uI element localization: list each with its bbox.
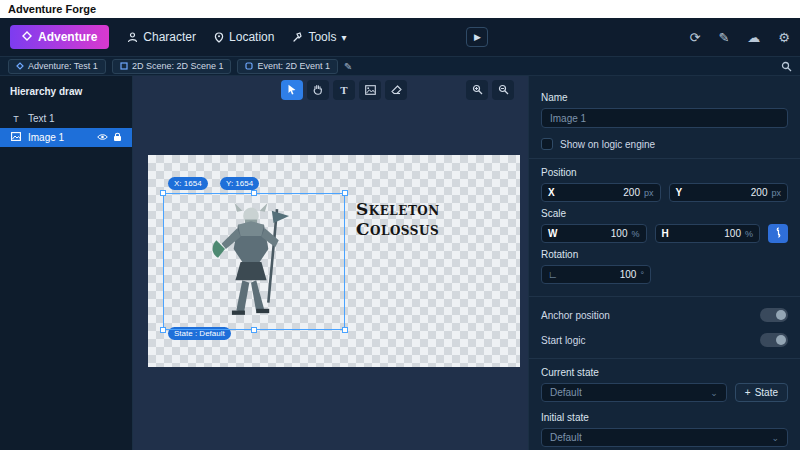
position-y-field[interactable]: Y 200 px: [669, 183, 789, 202]
show-logic-row[interactable]: Show on logic engine: [541, 138, 788, 150]
search-icon[interactable]: [781, 61, 792, 72]
width-unit: %: [631, 229, 639, 239]
hand-icon: [313, 81, 323, 99]
initial-state-select[interactable]: Default ⌄: [541, 428, 788, 447]
height-unit: %: [745, 229, 753, 239]
plus-icon: +: [745, 387, 751, 398]
text-tool-button[interactable]: T: [333, 80, 355, 100]
selection-box[interactable]: [163, 193, 345, 330]
divider: [529, 296, 800, 297]
adventure-button[interactable]: Adventure: [10, 25, 109, 49]
location-pin-icon: [214, 32, 224, 43]
lock-icon[interactable]: [113, 132, 122, 144]
pan-tool-button[interactable]: [307, 80, 329, 100]
properties-panel: Name Show on logic engine Position X 200…: [528, 76, 800, 450]
settings-gear-icon[interactable]: ⚙: [778, 31, 790, 44]
app-window: Adventure Forge Adventure Character Loca…: [0, 0, 800, 450]
zoom-in-button[interactable]: [466, 80, 488, 100]
titlebar: Adventure Forge: [0, 0, 800, 18]
canvas-toolbar: T: [281, 80, 407, 100]
chain-link-icon: [774, 227, 783, 240]
chevron-down-icon: ⌄: [771, 433, 779, 443]
start-logic-label: Start logic: [541, 335, 585, 346]
add-state-button[interactable]: + State: [735, 383, 788, 402]
current-state-value: Default: [550, 387, 582, 398]
image-tool-icon: [365, 81, 376, 99]
width-label: W: [548, 228, 557, 239]
rotation-field[interactable]: ∟ 100 °: [541, 265, 651, 284]
scale-label: Scale: [541, 208, 788, 219]
canvas-area[interactable]: T: [133, 76, 528, 450]
character-menu[interactable]: Character: [127, 30, 196, 44]
scale-w-field[interactable]: W 100 %: [541, 224, 647, 243]
toggle-knob: [776, 335, 786, 345]
selection-handle[interactable]: [251, 327, 257, 333]
visibility-eye-icon[interactable]: [97, 132, 108, 143]
add-state-label: State: [755, 387, 778, 398]
divider: [529, 158, 800, 159]
chevron-down-icon: ▾: [341, 32, 346, 43]
tab-label: 2D Scene: 2D Scene 1: [132, 61, 224, 71]
tab-label: Adventure: Test 1: [28, 61, 98, 71]
toolbar-right-group: ⟳ ✎ ☁ ⚙: [690, 31, 790, 44]
show-logic-checkbox[interactable]: [541, 138, 553, 150]
selection-handle[interactable]: [342, 327, 348, 333]
angle-icon: ∟: [548, 269, 558, 280]
x-unit: px: [644, 188, 654, 198]
position-label: Position: [541, 167, 788, 178]
chevron-down-icon: ⌄: [710, 388, 718, 398]
rename-pencil-icon[interactable]: ✎: [344, 61, 352, 72]
selection-handle[interactable]: [160, 327, 166, 333]
cloud-icon[interactable]: ☁: [747, 31, 760, 44]
y-axis-label: Y: [676, 187, 683, 198]
selection-handle[interactable]: [342, 190, 348, 196]
link-scale-button[interactable]: [768, 224, 788, 243]
layer-actions: [97, 132, 122, 144]
image-tool-button[interactable]: [359, 80, 381, 100]
scale-h-field[interactable]: H 100 %: [655, 224, 761, 243]
x-value: 200: [623, 187, 640, 198]
start-logic-toggle[interactable]: [760, 333, 788, 347]
zoom-out-icon: [498, 81, 509, 99]
canvas-text-layer[interactable]: Skeleton Colossus: [356, 199, 520, 239]
zoom-out-button[interactable]: [492, 80, 514, 100]
artboard[interactable]: X: 1654 Y: 1654 State : Default: [148, 155, 520, 367]
divider: [529, 358, 800, 359]
name-input[interactable]: [541, 108, 788, 128]
show-logic-label: Show on logic engine: [560, 139, 655, 150]
play-button[interactable]: ▶: [466, 27, 488, 47]
anchor-position-row: Anchor position: [541, 308, 788, 322]
tools-menu[interactable]: Tools ▾: [292, 30, 346, 44]
current-state-label: Current state: [541, 367, 788, 378]
tab-scene[interactable]: 2D Scene: 2D Scene 1: [112, 59, 232, 74]
adventure-label: Adventure: [38, 30, 97, 44]
main-toolbar: Adventure Character Location Tools ▾ ▶ ⟳: [0, 18, 800, 57]
hierarchy-title: Hierarchy draw: [0, 76, 132, 109]
edit-icon[interactable]: ✎: [718, 31, 729, 44]
text-tool-icon: T: [340, 84, 347, 96]
eraser-tool-button[interactable]: [385, 80, 407, 100]
layer-item-image[interactable]: Image 1: [0, 128, 132, 147]
location-menu[interactable]: Location: [214, 30, 274, 44]
height-label: H: [662, 228, 669, 239]
anchor-position-toggle[interactable]: [760, 308, 788, 322]
current-state-select[interactable]: Default ⌄: [541, 383, 727, 402]
character-icon: [127, 32, 138, 43]
scene-box-icon: [120, 62, 128, 70]
event-box-icon: [245, 62, 253, 70]
tab-event[interactable]: Event: 2D Event 1: [237, 59, 338, 74]
x-axis-label: X: [548, 187, 555, 198]
tab-label: Event: 2D Event 1: [257, 61, 330, 71]
refresh-icon[interactable]: ⟳: [690, 31, 701, 44]
selection-handle[interactable]: [160, 190, 166, 196]
hierarchy-sidebar: Hierarchy draw T Text 1 Image 1: [0, 76, 133, 450]
height-value: 100: [724, 228, 741, 239]
selection-handle[interactable]: [251, 190, 257, 196]
select-tool-button[interactable]: [281, 80, 303, 100]
current-state-row: Default ⌄ + State: [541, 383, 788, 402]
rotation-value: 100: [620, 269, 637, 280]
tab-adventure[interactable]: Adventure: Test 1: [8, 59, 106, 74]
layer-item-text[interactable]: T Text 1: [0, 109, 132, 128]
zoom-in-icon: [472, 81, 483, 99]
position-x-field[interactable]: X 200 px: [541, 183, 661, 202]
